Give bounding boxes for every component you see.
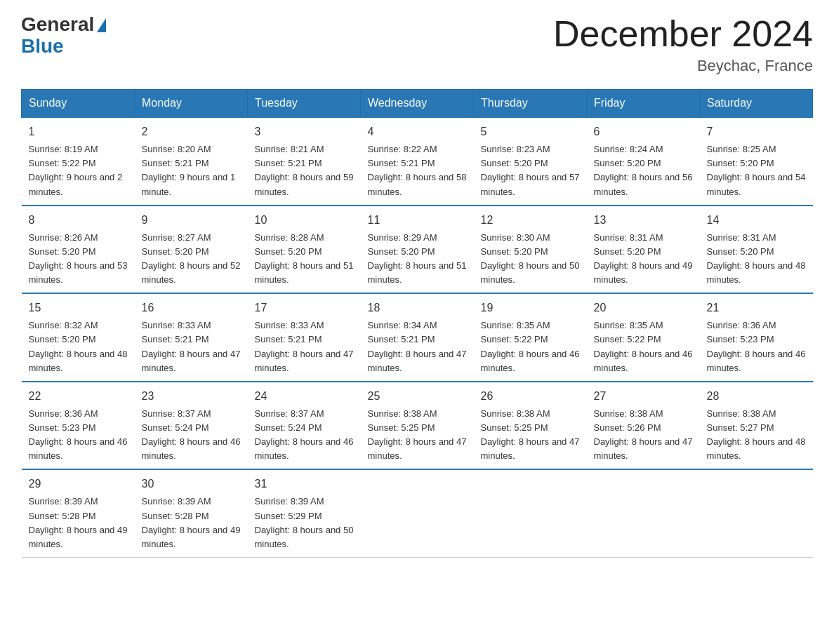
day-info: Sunrise: 8:30 AMSunset: 5:20 PMDaylight:… (481, 232, 580, 285)
day-number: 6 (594, 123, 693, 140)
day-number: 2 (142, 123, 241, 140)
day-info: Sunrise: 8:38 AMSunset: 5:27 PMDaylight:… (707, 408, 806, 461)
calendar-day-cell: 25Sunrise: 8:38 AMSunset: 5:25 PMDayligh… (361, 382, 474, 470)
day-info: Sunrise: 8:22 AMSunset: 5:21 PMDaylight:… (368, 144, 467, 196)
calendar-day-cell: 12Sunrise: 8:30 AMSunset: 5:20 PMDayligh… (474, 206, 587, 294)
day-info: Sunrise: 8:20 AMSunset: 5:21 PMDaylight:… (142, 144, 236, 196)
calendar-day-cell: 21Sunrise: 8:36 AMSunset: 5:23 PMDayligh… (700, 293, 813, 382)
calendar-day-cell: 10Sunrise: 8:28 AMSunset: 5:20 PMDayligh… (248, 206, 361, 294)
month-title: December 2024 (553, 14, 813, 54)
day-number: 21 (707, 300, 806, 316)
logo-block: General Blue (21, 14, 106, 58)
calendar-day-cell: 14Sunrise: 8:31 AMSunset: 5:20 PMDayligh… (700, 206, 813, 294)
title-block: December 2024 Beychac, France (553, 14, 813, 75)
logo: General Blue (21, 14, 106, 58)
day-info: Sunrise: 8:33 AMSunset: 5:21 PMDaylight:… (142, 320, 241, 373)
calendar-day-cell: 29Sunrise: 8:39 AMSunset: 5:28 PMDayligh… (22, 469, 135, 557)
day-number: 14 (707, 212, 806, 229)
page-header: General Blue December 2024 Beychac, Fran… (21, 14, 813, 75)
calendar-day-cell: 19Sunrise: 8:35 AMSunset: 5:22 PMDayligh… (474, 293, 587, 382)
day-number: 10 (255, 212, 354, 229)
calendar-day-cell: 18Sunrise: 8:34 AMSunset: 5:21 PMDayligh… (361, 293, 474, 382)
calendar-day-cell: 11Sunrise: 8:29 AMSunset: 5:20 PMDayligh… (361, 206, 474, 294)
day-number: 3 (255, 123, 354, 140)
day-info: Sunrise: 8:39 AMSunset: 5:29 PMDaylight:… (255, 496, 354, 549)
calendar-day-cell: 16Sunrise: 8:33 AMSunset: 5:21 PMDayligh… (135, 293, 248, 382)
col-friday: Friday (587, 90, 700, 118)
day-info: Sunrise: 8:34 AMSunset: 5:21 PMDaylight:… (368, 320, 467, 373)
day-number: 24 (255, 388, 354, 405)
day-number: 12 (481, 212, 580, 229)
day-number: 25 (368, 388, 467, 405)
day-info: Sunrise: 8:31 AMSunset: 5:20 PMDaylight:… (594, 232, 693, 285)
day-number: 20 (594, 300, 693, 316)
day-info: Sunrise: 8:27 AMSunset: 5:20 PMDaylight:… (142, 232, 241, 285)
calendar-header-row: Sunday Monday Tuesday Wednesday Thursday… (22, 90, 813, 118)
calendar-day-cell: 3Sunrise: 8:21 AMSunset: 5:21 PMDaylight… (248, 117, 361, 206)
calendar-day-cell (700, 469, 813, 557)
day-info: Sunrise: 8:37 AMSunset: 5:24 PMDaylight:… (142, 408, 241, 461)
calendar-day-cell: 9Sunrise: 8:27 AMSunset: 5:20 PMDaylight… (135, 206, 248, 294)
calendar-day-cell (361, 469, 474, 557)
location-subtitle: Beychac, France (553, 57, 813, 75)
day-number: 15 (29, 300, 128, 316)
day-info: Sunrise: 8:38 AMSunset: 5:26 PMDaylight:… (594, 408, 693, 461)
day-info: Sunrise: 8:26 AMSunset: 5:20 PMDaylight:… (29, 232, 128, 285)
day-number: 23 (142, 388, 241, 405)
day-info: Sunrise: 8:25 AMSunset: 5:20 PMDaylight:… (707, 144, 806, 196)
col-saturday: Saturday (700, 90, 813, 118)
day-number: 5 (481, 123, 580, 140)
day-info: Sunrise: 8:38 AMSunset: 5:25 PMDaylight:… (368, 408, 467, 461)
day-info: Sunrise: 8:35 AMSunset: 5:22 PMDaylight:… (594, 320, 693, 373)
calendar-day-cell: 28Sunrise: 8:38 AMSunset: 5:27 PMDayligh… (700, 382, 813, 470)
calendar-week-row: 15Sunrise: 8:32 AMSunset: 5:20 PMDayligh… (22, 293, 813, 382)
calendar-day-cell: 20Sunrise: 8:35 AMSunset: 5:22 PMDayligh… (587, 293, 700, 382)
logo-blue: Blue (21, 35, 64, 57)
day-info: Sunrise: 8:36 AMSunset: 5:23 PMDaylight:… (29, 408, 128, 461)
day-info: Sunrise: 8:33 AMSunset: 5:21 PMDaylight:… (255, 320, 354, 373)
calendar-day-cell: 22Sunrise: 8:36 AMSunset: 5:23 PMDayligh… (22, 382, 135, 470)
calendar-day-cell: 1Sunrise: 8:19 AMSunset: 5:22 PMDaylight… (22, 117, 135, 206)
day-number: 13 (594, 212, 693, 229)
col-monday: Monday (135, 90, 248, 118)
day-number: 18 (368, 300, 467, 316)
calendar-day-cell (587, 469, 700, 557)
day-info: Sunrise: 8:37 AMSunset: 5:24 PMDaylight:… (255, 408, 354, 461)
calendar-day-cell: 27Sunrise: 8:38 AMSunset: 5:26 PMDayligh… (587, 382, 700, 470)
day-number: 1 (29, 123, 128, 140)
day-info: Sunrise: 8:31 AMSunset: 5:20 PMDaylight:… (707, 232, 806, 285)
day-number: 27 (594, 388, 693, 405)
logo-general: General (21, 14, 94, 36)
calendar-day-cell: 5Sunrise: 8:23 AMSunset: 5:20 PMDaylight… (474, 117, 587, 206)
calendar-day-cell: 7Sunrise: 8:25 AMSunset: 5:20 PMDaylight… (700, 117, 813, 206)
calendar-week-row: 1Sunrise: 8:19 AMSunset: 5:22 PMDaylight… (22, 117, 813, 206)
calendar-day-cell: 31Sunrise: 8:39 AMSunset: 5:29 PMDayligh… (248, 469, 361, 557)
day-info: Sunrise: 8:39 AMSunset: 5:28 PMDaylight:… (29, 496, 128, 549)
col-thursday: Thursday (474, 90, 587, 118)
calendar-day-cell: 2Sunrise: 8:20 AMSunset: 5:21 PMDaylight… (135, 117, 248, 206)
calendar-table: Sunday Monday Tuesday Wednesday Thursday… (21, 89, 813, 558)
calendar-day-cell: 30Sunrise: 8:39 AMSunset: 5:28 PMDayligh… (135, 469, 248, 557)
day-info: Sunrise: 8:28 AMSunset: 5:20 PMDaylight:… (255, 232, 354, 285)
day-number: 22 (29, 388, 128, 405)
day-number: 11 (368, 212, 467, 229)
day-number: 31 (255, 476, 354, 492)
day-info: Sunrise: 8:32 AMSunset: 5:20 PMDaylight:… (29, 320, 128, 373)
day-info: Sunrise: 8:36 AMSunset: 5:23 PMDaylight:… (707, 320, 806, 373)
calendar-day-cell: 17Sunrise: 8:33 AMSunset: 5:21 PMDayligh… (248, 293, 361, 382)
day-info: Sunrise: 8:19 AMSunset: 5:22 PMDaylight:… (29, 144, 123, 196)
calendar-day-cell (474, 469, 587, 557)
day-info: Sunrise: 8:39 AMSunset: 5:28 PMDaylight:… (142, 496, 241, 549)
calendar-week-row: 8Sunrise: 8:26 AMSunset: 5:20 PMDaylight… (22, 206, 813, 294)
day-number: 30 (142, 476, 241, 492)
calendar-day-cell: 13Sunrise: 8:31 AMSunset: 5:20 PMDayligh… (587, 206, 700, 294)
calendar-day-cell: 4Sunrise: 8:22 AMSunset: 5:21 PMDaylight… (361, 117, 474, 206)
col-tuesday: Tuesday (248, 90, 361, 118)
calendar-day-cell: 24Sunrise: 8:37 AMSunset: 5:24 PMDayligh… (248, 382, 361, 470)
day-info: Sunrise: 8:23 AMSunset: 5:20 PMDaylight:… (481, 144, 580, 196)
day-number: 17 (255, 300, 354, 316)
day-number: 28 (707, 388, 806, 405)
day-number: 19 (481, 300, 580, 316)
col-sunday: Sunday (22, 90, 135, 118)
day-number: 7 (707, 123, 806, 140)
